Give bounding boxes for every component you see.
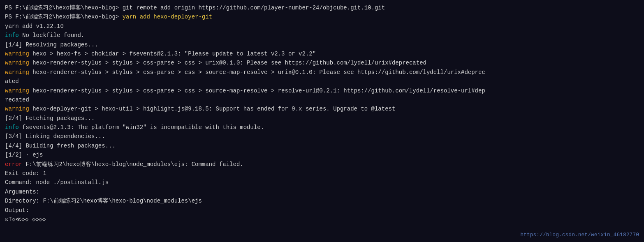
terminal-line: recated (5, 95, 639, 104)
terminal-line: info No lockfile found. (5, 31, 639, 40)
terminal-line: [1/2] · ejs (5, 150, 639, 159)
terminal-line: [4/4] Building fresh packages... (5, 141, 639, 150)
terminal-line: info fsevents@2.1.3: The platform "win32… (5, 123, 639, 132)
terminal-line: [3/4] Linking dependencies... (5, 132, 639, 141)
terminal-line: warning hexo-renderer-stylus > stylus > … (5, 58, 639, 67)
terminal-line: yarn add v1.22.10 (5, 22, 639, 31)
terminal-line: [1/4] Resolving packages... (5, 40, 639, 49)
terminal-line: warning hexo > hexo-fs > chokidar > fsev… (5, 49, 639, 58)
terminal-line: Exit code: 1 (5, 169, 639, 178)
terminal-line: Arguments: (5, 187, 639, 196)
terminal-line: Output: (5, 206, 639, 215)
terminal-line: εT◇≪◇◇ ◇◇◇◇ (5, 215, 639, 224)
terminal-line: Directory: F:\前端练习2\hexo博客\hexo-blog\nod… (5, 196, 639, 205)
terminal-line: warning hexo-deployer-git > hexo-util > … (5, 104, 639, 113)
terminal-line: error F:\前端练习2\hexo博客\hexo-blog\node_mod… (5, 160, 639, 169)
terminal-line: [2/4] Fetching packages... (5, 114, 639, 123)
terminal-content: PS F:\前端练习2\hexo博客\hexo-blog> git remote… (5, 3, 639, 224)
terminal-window: PS F:\前端练习2\hexo博客\hexo-blog> git remote… (0, 0, 644, 242)
terminal-line: warning hexo-renderer-stylus > stylus > … (5, 86, 639, 95)
terminal-line: PS F:\前端练习2\hexo博客\hexo-blog> yarn add h… (5, 12, 639, 21)
watermark: https://blog.csdn.net/weixin_46182770 (520, 232, 639, 238)
terminal-line: warning hexo-renderer-stylus > stylus > … (5, 68, 639, 77)
terminal-line: Command: node ./postinstall.js (5, 178, 639, 187)
terminal-line: PS F:\前端练习2\hexo博客\hexo-blog> git remote… (5, 3, 639, 12)
terminal-line: ated (5, 77, 639, 86)
